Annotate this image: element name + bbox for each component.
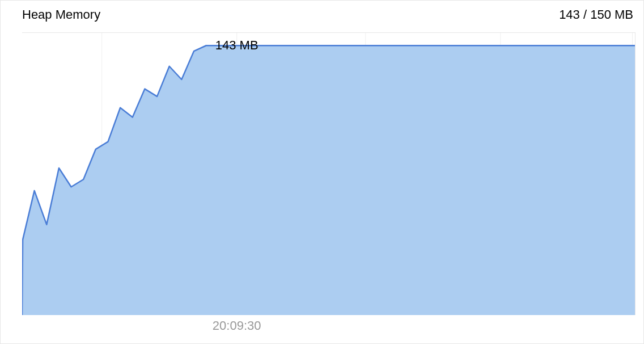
chart-svg [22, 32, 635, 315]
panel-current-value: 143 / 150 MB [559, 7, 633, 22]
heap-memory-chart: 143 MB 20:09:30 [22, 32, 635, 315]
panel-header: Heap Memory 143 / 150 MB [22, 6, 633, 23]
heap-memory-panel: Heap Memory 143 / 150 MB 143 MB 20:09:30 [0, 0, 644, 344]
panel-title: Heap Memory [22, 7, 100, 22]
chart-area-fill [22, 45, 635, 315]
x-tick-label: 20:09:30 [213, 318, 261, 333]
